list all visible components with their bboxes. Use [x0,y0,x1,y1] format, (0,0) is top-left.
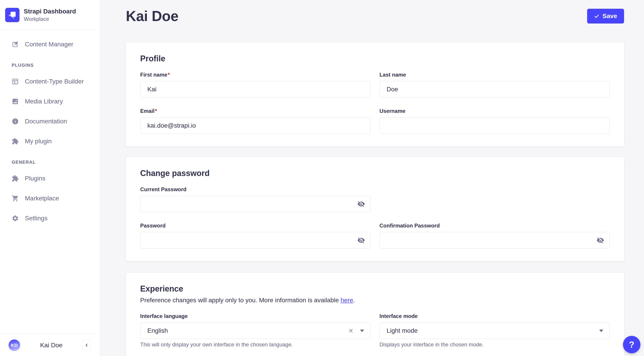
info-icon [12,118,19,125]
last-name-field-group: Last name [380,72,610,98]
help-button[interactable]: ? [623,336,640,353]
confirm-password-input[interactable] [380,232,610,248]
required-asterisk: * [155,108,157,114]
sidebar-item-my-plugin[interactable]: My plugin [0,134,100,148]
interface-mode-select[interactable]: Light mode [380,322,610,339]
username-label: Username [380,108,610,114]
puzzle-icon [12,138,19,145]
page-title: Kai Doe [126,8,178,24]
profile-card: Profile First name* Last name Email* Use… [126,42,624,146]
interface-language-field-group: Interface language English This will onl… [140,313,370,348]
sidebar-item-settings[interactable]: Settings [0,211,100,226]
email-input[interactable] [140,117,370,134]
check-icon [594,14,599,19]
eye-off-icon [596,236,604,244]
sidebar-item-label: Content Manager [25,41,73,48]
sidebar-section-plugins: PLUGINS [12,63,100,68]
required-asterisk: * [168,72,170,78]
sidebar-item-plugins[interactable]: Plugins [0,171,100,186]
password-fields: Current Password Password [140,186,610,248]
main-content: Kai Doe Save Profile First name* Last na… [100,0,644,356]
subtitle-text: Preference changes will apply only to yo… [140,297,340,304]
interface-mode-hint: Displays your interface in the chosen mo… [380,341,610,348]
sidebar-item-label: Marketplace [25,195,59,202]
interface-mode-label: Interface mode [380,313,610,319]
first-name-input[interactable] [140,81,370,98]
page-header: Kai Doe Save [126,8,624,24]
sidebar-item-media-library[interactable]: Media Library [0,94,100,108]
eye-off-icon [358,200,365,208]
interface-language-label: Interface language [140,313,370,319]
sidebar-section-general: GENERAL [12,160,100,165]
chevron-left-icon [84,343,89,348]
chevron-down-icon [360,330,364,332]
experience-subtitle: Preference changes will apply only to yo… [140,296,610,304]
eye-off-icon [358,236,365,244]
workspace-header: Strapi Dashboard Workplace [0,0,100,30]
strapi-logo-icon [5,8,20,22]
question-mark-icon: ? [629,340,634,350]
selected-mode: Light mode [387,327,600,334]
sidebar-item-content-type-builder[interactable]: Content-Type Builder [0,74,100,89]
content-type-builder-icon [12,78,19,85]
toggle-password-visibility-button[interactable] [357,236,366,245]
interface-mode-field-group: Interface mode Light mode Displays your … [380,313,610,348]
label-text: Email [140,108,154,114]
workspace-name: Workplace [24,16,76,22]
interface-language-hint: This will only display your own interfac… [140,341,370,348]
sidebar: Strapi Dashboard Workplace Content Manag… [0,0,100,356]
save-button-label: Save [602,12,617,20]
change-password-card: Change password Current Password [126,157,624,261]
sidebar-item-label: Settings [25,215,48,222]
save-button[interactable]: Save [587,9,624,24]
clear-language-button[interactable] [348,328,354,334]
experience-card: Experience Preference changes will apply… [126,273,624,356]
empty-cell [380,186,610,212]
new-password-field-group: Password [140,222,370,248]
last-name-label: Last name [380,72,610,78]
subtitle-period: . [353,297,355,304]
sidebar-item-label: Media Library [25,98,63,105]
username-field-group: Username [380,108,610,134]
sidebar-item-label: My plugin [25,138,52,145]
interface-language-select[interactable]: English [140,322,370,339]
sidebar-item-documentation[interactable]: Documentation [0,114,100,128]
media-library-icon [12,98,19,105]
sidebar-item-label: Content-Type Builder [25,78,84,85]
app-title: Strapi Dashboard [24,8,76,15]
profile-card-title: Profile [140,54,610,64]
first-name-label: First name* [140,72,370,78]
more-information-link[interactable]: here [340,297,353,304]
cart-icon [12,195,19,202]
toggle-password-visibility-button[interactable] [596,236,605,245]
experience-fields: Interface language English This will onl… [140,313,610,348]
email-field-group: Email* [140,108,370,134]
gear-icon [12,215,19,222]
sidebar-item-marketplace[interactable]: Marketplace [0,191,100,206]
chevron-down-icon [599,330,603,332]
sidebar-item-content-manager[interactable]: Content Manager [0,37,100,52]
avatar: KD [8,340,20,351]
password-label: Password [140,222,370,229]
toggle-password-visibility-button[interactable] [357,200,366,208]
puzzle-icon [12,175,19,182]
collapse-sidebar-button[interactable] [82,340,91,351]
label-text: First name [140,72,167,78]
profile-fields: First name* Last name Email* Username [140,72,610,134]
confirm-password-field-group: Confirmation Password [380,222,610,248]
sidebar-nav: Content Manager PLUGINS Content-Type Bui… [0,30,100,334]
password-input[interactable] [140,232,370,248]
current-password-field-group: Current Password [140,186,370,212]
current-password-input[interactable] [140,196,370,212]
last-name-input[interactable] [380,81,610,98]
username-input[interactable] [380,117,610,134]
clear-icon [348,328,354,334]
first-name-field-group: First name* [140,72,370,98]
confirm-password-label: Confirmation Password [380,222,610,229]
experience-title: Experience [140,284,610,294]
selected-language: English [147,327,348,334]
sidebar-item-label: Plugins [25,175,46,182]
edit-icon [12,41,19,48]
sidebar-item-label: Documentation [25,118,67,125]
user-name: Kai Doe [20,342,82,349]
